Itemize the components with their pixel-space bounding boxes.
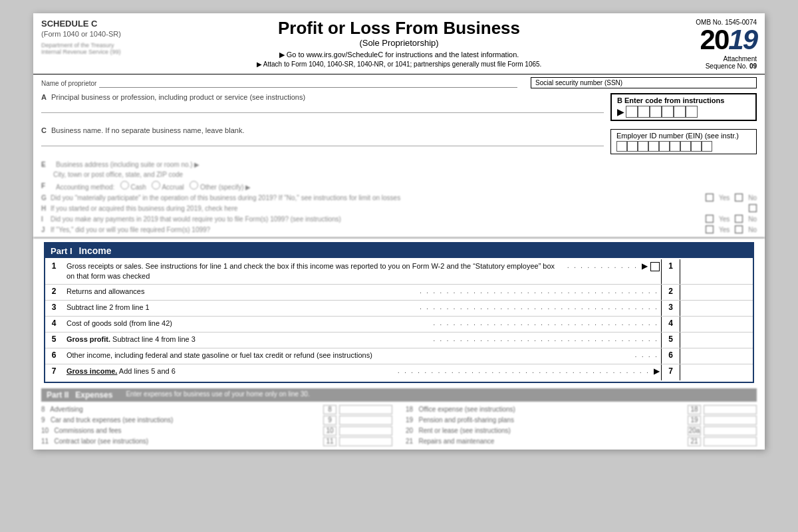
row5-value[interactable]: [680, 332, 753, 348]
attach-line: ▶ Attach to Form 1040, 1040-SR, 1040-NR,…: [154, 61, 644, 68]
field-f-text: Accounting method: Cash Accrual Other (s…: [56, 181, 757, 191]
d-cell-8[interactable]: [691, 141, 702, 152]
d-cell-4[interactable]: [648, 141, 659, 152]
j-yes-box[interactable]: [706, 225, 714, 233]
expense-9-val[interactable]: [339, 416, 392, 425]
field-b-title: B Enter code from instructions: [617, 96, 750, 104]
expense-19-val[interactable]: [704, 416, 757, 425]
field-b-input-row: ▶: [617, 106, 750, 118]
g-yes-box[interactable]: [706, 194, 714, 201]
header-info-section: Name of proprietor Social security numbe…: [33, 74, 765, 89]
row7-desc: Gross income. Add lines 5 and 6: [63, 364, 395, 380]
row1-arrow: ▶: [640, 259, 649, 284]
g-no-box[interactable]: [735, 194, 743, 201]
expense-21-label: 21 Repairs and maintenance: [406, 438, 685, 445]
row7-num: 7: [45, 364, 63, 380]
subtitle: (Sole Proprietorship): [154, 38, 644, 48]
row2-linenum: 2: [661, 285, 680, 300]
d-cell-6[interactable]: [670, 141, 680, 152]
j-no-label: No: [748, 226, 757, 233]
part2-title: Expenses: [75, 390, 112, 400]
d-cell-7[interactable]: [680, 141, 691, 152]
b-cell-4[interactable]: [662, 106, 674, 118]
field-j-row: J If "Yes," did you or will you file req…: [41, 224, 757, 235]
part2-note: Enter expenses for business use of your …: [126, 390, 309, 400]
field-c-input[interactable]: [41, 136, 604, 146]
field-c-text: Business name. If no separate business n…: [51, 126, 244, 134]
expense-8-val[interactable]: [339, 405, 392, 414]
year-badge: 2019: [650, 26, 757, 54]
tax-form-page: SCHEDULE C (Form 1040 or 1040-SR) Depart…: [33, 13, 765, 450]
accrual-radio[interactable]: [152, 181, 160, 190]
b-cell-3[interactable]: [650, 106, 662, 118]
name-input[interactable]: [99, 78, 517, 88]
expense-10-val[interactable]: [339, 426, 392, 436]
ssn-box: Social security number (SSN): [531, 77, 757, 88]
expense-19-label: 19 Pension and profit-sharing plans: [406, 416, 685, 424]
field-a-input[interactable]: [41, 102, 604, 113]
row5-num: 5: [45, 332, 63, 348]
cash-radio[interactable]: [120, 181, 129, 190]
row7-arrow: ▶: [652, 364, 661, 380]
b-cell-1[interactable]: [626, 106, 638, 118]
d-cell-2[interactable]: [627, 141, 638, 152]
d-cell-1[interactable]: [616, 141, 627, 152]
row5-linenum: 5: [661, 332, 680, 348]
row1-dots: . . . . . . . . . . .: [565, 259, 640, 284]
row6-desc: Other income, including federal and stat…: [63, 348, 632, 364]
income-row-5: 5 Gross profit. Subtract line 4 from lin…: [45, 332, 753, 348]
row1-value[interactable]: [680, 259, 753, 284]
j-yes-no: Yes No: [706, 225, 757, 233]
expense-18-val[interactable]: [704, 405, 757, 414]
main-title: Profit or Loss From Business: [154, 19, 644, 38]
field-e2-row: City, town or post office, state, and ZI…: [41, 170, 757, 180]
i-no-box[interactable]: [735, 215, 743, 223]
row4-num: 4: [45, 317, 63, 332]
other-radio[interactable]: [190, 181, 198, 190]
expense-21-val[interactable]: [704, 437, 757, 446]
d-cell-3[interactable]: [638, 141, 648, 152]
row1-desc: Gross receipts or sales. See instruction…: [63, 259, 565, 284]
h-check-box[interactable]: [749, 204, 757, 212]
d-cell-5[interactable]: [659, 141, 670, 152]
d-cell-9[interactable]: [702, 141, 712, 152]
expense-11-num: 11: [323, 437, 336, 446]
income-row-1: 1 Gross receipts or sales. See instructi…: [45, 259, 753, 285]
row3-value[interactable]: [680, 301, 753, 316]
expense-20-label: 20 Rent or lease (see instructions): [406, 427, 685, 434]
row1-checkbox[interactable]: [650, 262, 660, 271]
header-left: SCHEDULE C (Form 1040 or 1040-SR) Depart…: [41, 19, 148, 70]
expense-11-val[interactable]: [339, 437, 392, 446]
expense-21-num: 21: [688, 437, 701, 446]
row2-num: 2: [45, 285, 63, 300]
expense-10-num: 10: [323, 426, 336, 436]
row4-value[interactable]: [680, 317, 753, 332]
field-h-row: H If you started or acquired this busine…: [41, 203, 757, 213]
row7-dots: . . . . . . . . . . . . . . . . . . . . …: [395, 364, 652, 380]
row2-value[interactable]: [680, 285, 753, 300]
b-cell-6[interactable]: [686, 106, 698, 118]
d-cells: [616, 141, 751, 152]
b-arrow: ▶: [617, 106, 624, 117]
field-e-text: Business address (including suite or roo…: [56, 161, 757, 168]
name-row: Name of proprietor: [41, 77, 517, 89]
row7-linenum: 7: [661, 364, 680, 380]
j-no-box[interactable]: [735, 225, 743, 233]
field-c: C Business name. If no separate business…: [41, 126, 604, 154]
income-row-3: 3 Subtract line 2 from line 1 . . . . . …: [45, 301, 753, 317]
year-2019: 2019: [700, 24, 757, 55]
row7-value[interactable]: [680, 364, 753, 380]
i-yes-box[interactable]: [706, 215, 714, 223]
row6-dots: . . . .: [632, 348, 661, 364]
expense-20-val[interactable]: [704, 426, 757, 436]
field-e-row: E Business address (including suite or r…: [41, 160, 757, 170]
part1-number: Part I: [51, 246, 72, 256]
row6-value[interactable]: [680, 348, 753, 364]
field-g-label: G: [41, 194, 51, 201]
income-rows: 1 Gross receipts or sales. See instructi…: [45, 258, 753, 382]
g-no-label: No: [748, 194, 757, 201]
field-g-row: G Did you "materially participate" in th…: [41, 192, 757, 203]
b-cell-2[interactable]: [638, 106, 650, 118]
expenses-area: 8 Advertising 8 9 Car and truck expenses…: [41, 404, 757, 447]
b-cell-5[interactable]: [674, 106, 686, 118]
